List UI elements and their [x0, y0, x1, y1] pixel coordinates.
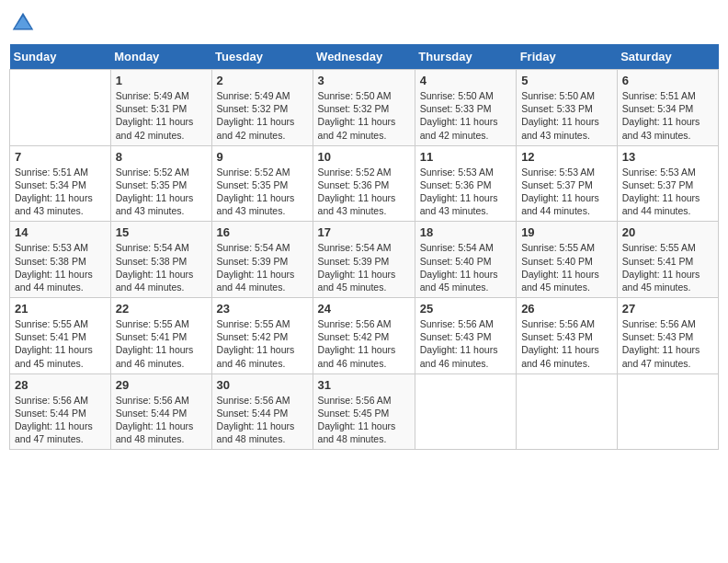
day-info: Sunrise: 5:55 AM Sunset: 5:42 PM Dayligh… [217, 317, 308, 370]
header-sunday: Sunday [10, 44, 111, 70]
day-info: Sunrise: 5:56 AM Sunset: 5:44 PM Dayligh… [116, 394, 207, 446]
day-number: 25 [420, 302, 511, 316]
day-info: Sunrise: 5:51 AM Sunset: 5:34 PM Dayligh… [15, 166, 106, 218]
day-cell: 29Sunrise: 5:56 AM Sunset: 5:44 PM Dayli… [110, 373, 211, 450]
header-wednesday: Wednesday [313, 44, 415, 70]
day-cell: 19Sunrise: 5:55 AM Sunset: 5:40 PM Dayli… [517, 222, 618, 298]
day-info: Sunrise: 5:50 AM Sunset: 5:33 PM Dayligh… [420, 89, 511, 142]
week-row-2: 7Sunrise: 5:51 AM Sunset: 5:34 PM Daylig… [10, 145, 719, 222]
day-info: Sunrise: 5:56 AM Sunset: 5:43 PM Dayligh… [521, 317, 612, 370]
day-cell: 25Sunrise: 5:56 AM Sunset: 5:43 PM Dayli… [415, 298, 516, 374]
day-info: Sunrise: 5:56 AM Sunset: 5:45 PM Dayligh… [318, 394, 410, 446]
day-info: Sunrise: 5:52 AM Sunset: 5:35 PM Dayligh… [217, 166, 308, 218]
day-number: 10 [318, 150, 410, 164]
day-info: Sunrise: 5:53 AM Sunset: 5:38 PM Dayligh… [15, 241, 106, 293]
day-info: Sunrise: 5:56 AM Sunset: 5:43 PM Dayligh… [420, 317, 511, 370]
day-cell [10, 70, 111, 146]
day-number: 17 [318, 225, 410, 239]
day-number: 4 [420, 74, 511, 87]
logo [9, 9, 40, 37]
day-number: 13 [622, 150, 713, 164]
day-number: 7 [15, 150, 106, 164]
page-header [9, 9, 719, 37]
day-cell: 31Sunrise: 5:56 AM Sunset: 5:45 PM Dayli… [313, 373, 415, 450]
day-info: Sunrise: 5:56 AM Sunset: 5:43 PM Dayligh… [622, 317, 713, 370]
day-info: Sunrise: 5:54 AM Sunset: 5:39 PM Dayligh… [217, 241, 308, 293]
week-row-1: 1Sunrise: 5:49 AM Sunset: 5:31 PM Daylig… [10, 70, 719, 146]
day-number: 5 [521, 74, 612, 87]
day-info: Sunrise: 5:53 AM Sunset: 5:36 PM Dayligh… [420, 166, 511, 218]
day-info: Sunrise: 5:49 AM Sunset: 5:31 PM Dayligh… [116, 89, 207, 142]
day-info: Sunrise: 5:54 AM Sunset: 5:38 PM Dayligh… [116, 241, 207, 293]
day-number: 18 [420, 225, 511, 239]
day-number: 20 [622, 225, 713, 239]
day-cell: 18Sunrise: 5:54 AM Sunset: 5:40 PM Dayli… [415, 222, 516, 298]
week-row-3: 14Sunrise: 5:53 AM Sunset: 5:38 PM Dayli… [10, 222, 719, 298]
day-info: Sunrise: 5:55 AM Sunset: 5:41 PM Dayligh… [116, 317, 207, 370]
header-thursday: Thursday [415, 44, 516, 70]
day-info: Sunrise: 5:56 AM Sunset: 5:42 PM Dayligh… [318, 317, 410, 370]
day-cell: 27Sunrise: 5:56 AM Sunset: 5:43 PM Dayli… [617, 298, 718, 374]
day-info: Sunrise: 5:52 AM Sunset: 5:35 PM Dayligh… [116, 166, 207, 218]
day-number: 22 [116, 302, 207, 316]
day-cell: 15Sunrise: 5:54 AM Sunset: 5:38 PM Dayli… [110, 222, 211, 298]
day-number: 29 [116, 378, 207, 392]
day-number: 30 [217, 378, 308, 392]
day-cell: 28Sunrise: 5:56 AM Sunset: 5:44 PM Dayli… [10, 373, 111, 450]
header-friday: Friday [517, 44, 618, 70]
day-cell: 3Sunrise: 5:50 AM Sunset: 5:32 PM Daylig… [313, 70, 415, 146]
calendar-header-row: SundayMondayTuesdayWednesdayThursdayFrid… [10, 44, 719, 70]
day-number: 31 [318, 378, 410, 392]
day-number: 23 [217, 302, 308, 316]
day-info: Sunrise: 5:53 AM Sunset: 5:37 PM Dayligh… [521, 166, 612, 218]
calendar-table: SundayMondayTuesdayWednesdayThursdayFrid… [9, 44, 719, 450]
day-cell: 24Sunrise: 5:56 AM Sunset: 5:42 PM Dayli… [313, 298, 415, 374]
day-number: 11 [420, 150, 511, 164]
day-number: 24 [318, 302, 410, 316]
header-tuesday: Tuesday [211, 44, 313, 70]
day-cell [415, 373, 516, 450]
day-cell: 21Sunrise: 5:55 AM Sunset: 5:41 PM Dayli… [10, 298, 111, 374]
day-number: 3 [318, 74, 410, 87]
day-cell: 1Sunrise: 5:49 AM Sunset: 5:31 PM Daylig… [110, 70, 211, 146]
day-info: Sunrise: 5:56 AM Sunset: 5:44 PM Dayligh… [217, 394, 308, 446]
day-cell [617, 373, 718, 450]
day-number: 19 [521, 225, 612, 239]
header-monday: Monday [110, 44, 211, 70]
day-cell: 17Sunrise: 5:54 AM Sunset: 5:39 PM Dayli… [313, 222, 415, 298]
day-cell: 4Sunrise: 5:50 AM Sunset: 5:33 PM Daylig… [415, 70, 516, 146]
day-number: 15 [116, 225, 207, 239]
day-number: 12 [521, 150, 612, 164]
day-number: 14 [15, 225, 106, 239]
week-row-5: 28Sunrise: 5:56 AM Sunset: 5:44 PM Dayli… [10, 373, 719, 450]
day-cell: 30Sunrise: 5:56 AM Sunset: 5:44 PM Dayli… [211, 373, 313, 450]
day-cell: 7Sunrise: 5:51 AM Sunset: 5:34 PM Daylig… [10, 145, 111, 222]
day-cell: 22Sunrise: 5:55 AM Sunset: 5:41 PM Dayli… [110, 298, 211, 374]
day-cell: 9Sunrise: 5:52 AM Sunset: 5:35 PM Daylig… [211, 145, 313, 222]
day-cell: 12Sunrise: 5:53 AM Sunset: 5:37 PM Dayli… [517, 145, 618, 222]
day-number: 1 [116, 74, 207, 87]
day-info: Sunrise: 5:56 AM Sunset: 5:44 PM Dayligh… [15, 394, 106, 446]
day-number: 6 [622, 74, 713, 87]
day-cell: 26Sunrise: 5:56 AM Sunset: 5:43 PM Dayli… [517, 298, 618, 374]
day-number: 8 [116, 150, 207, 164]
day-info: Sunrise: 5:49 AM Sunset: 5:32 PM Dayligh… [217, 89, 308, 142]
day-info: Sunrise: 5:52 AM Sunset: 5:36 PM Dayligh… [318, 166, 410, 218]
day-info: Sunrise: 5:55 AM Sunset: 5:41 PM Dayligh… [15, 317, 106, 370]
day-cell: 20Sunrise: 5:55 AM Sunset: 5:41 PM Dayli… [617, 222, 718, 298]
day-info: Sunrise: 5:51 AM Sunset: 5:34 PM Dayligh… [622, 89, 713, 142]
day-cell: 13Sunrise: 5:53 AM Sunset: 5:37 PM Dayli… [617, 145, 718, 222]
day-info: Sunrise: 5:55 AM Sunset: 5:41 PM Dayligh… [622, 241, 713, 293]
day-number: 26 [521, 302, 612, 316]
day-cell: 16Sunrise: 5:54 AM Sunset: 5:39 PM Dayli… [211, 222, 313, 298]
logo-icon [9, 9, 37, 37]
day-info: Sunrise: 5:50 AM Sunset: 5:33 PM Dayligh… [521, 89, 612, 142]
day-number: 27 [622, 302, 713, 316]
day-cell: 23Sunrise: 5:55 AM Sunset: 5:42 PM Dayli… [211, 298, 313, 374]
day-cell: 14Sunrise: 5:53 AM Sunset: 5:38 PM Dayli… [10, 222, 111, 298]
header-saturday: Saturday [617, 44, 718, 70]
day-info: Sunrise: 5:50 AM Sunset: 5:32 PM Dayligh… [318, 89, 410, 142]
day-cell [517, 373, 618, 450]
day-number: 28 [15, 378, 106, 392]
day-cell: 6Sunrise: 5:51 AM Sunset: 5:34 PM Daylig… [617, 70, 718, 146]
